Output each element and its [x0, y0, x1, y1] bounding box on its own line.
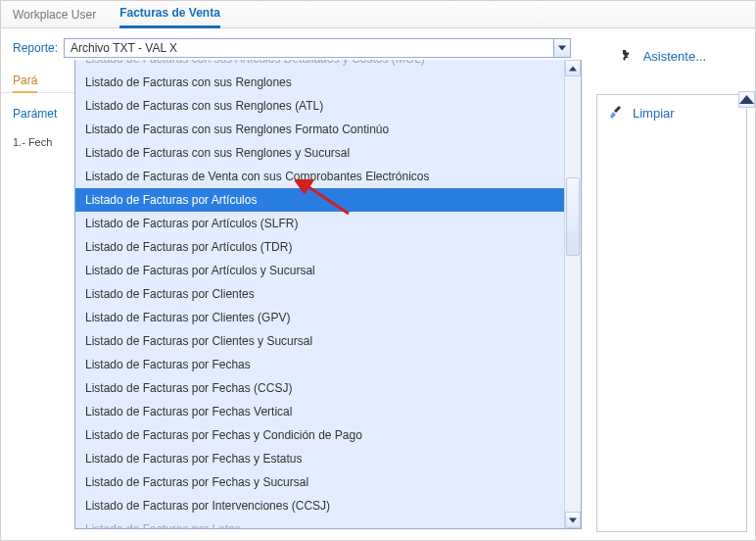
report-dropdown: Listado de Facturas con sus Artículos De… — [74, 60, 582, 529]
report-combo-input[interactable]: Archivo TXT - VAL X — [64, 38, 571, 58]
dropdown-item[interactable]: Listado de Facturas por Clientes (GPV) — [75, 306, 564, 329]
dropdown-item[interactable]: Listado de Facturas por Artículos y Sucu… — [75, 259, 564, 282]
dropdown-item[interactable]: Listado de Facturas por Intervenciones (… — [75, 494, 564, 517]
limpiar-button[interactable]: Limpiar — [597, 95, 746, 130]
dropdown-item[interactable]: Listado de Facturas con sus Renglones Fo… — [75, 118, 564, 141]
dropdown-item[interactable]: Listado de Facturas por Fechas (CCSJ) — [75, 376, 564, 400]
report-label: Reporte: — [13, 41, 58, 55]
tab-facturas-de-venta[interactable]: Facturas de Venta — [119, 1, 220, 28]
chevron-down-icon — [569, 517, 577, 523]
dropdown-item[interactable]: Listado de Facturas con sus Artículos De… — [75, 60, 564, 71]
wizard-icon — [620, 48, 636, 64]
dropdown-item[interactable]: Listado de Facturas por Fechas — [75, 353, 564, 376]
dropdown-item[interactable]: Listado de Facturas con sus Renglones y … — [75, 141, 564, 165]
dropdown-item[interactable]: Listado de Facturas por Clientes — [75, 282, 564, 306]
scroll-down-button[interactable] — [565, 512, 581, 528]
dropdown-item[interactable]: Listado de Facturas con sus Renglones (A… — [75, 94, 564, 118]
tab-workplace-user[interactable]: Workplace User — [13, 1, 96, 28]
dropdown-item[interactable]: Listado de Facturas por Fechas y Condici… — [75, 423, 564, 447]
asistente-label: Asistente... — [643, 49, 706, 64]
main-tabs: Workplace User Facturas de Venta — [1, 1, 755, 28]
dropdown-item[interactable]: Listado de Facturas con sus Renglones — [75, 71, 564, 94]
scroll-thumb[interactable] — [566, 177, 580, 256]
dropdown-item[interactable]: Listado de Facturas por Artículos — [75, 188, 564, 212]
dropdown-item[interactable]: Listado de Facturas por Fechas Vertical — [75, 400, 564, 423]
report-combo-toggle[interactable] — [553, 38, 571, 58]
broom-icon — [609, 105, 625, 121]
asistente-link[interactable]: Asistente... — [620, 48, 706, 64]
dropdown-item[interactable]: Listado de Facturas por Fechas y Estatus — [75, 447, 564, 470]
right-panel: Limpiar — [596, 94, 747, 532]
scroll-up-button[interactable] — [565, 60, 581, 76]
dropdown-scrollbar — [564, 60, 581, 528]
limpiar-label: Limpiar — [633, 106, 675, 121]
chevron-up-icon — [569, 66, 577, 72]
outer-scroll-up[interactable] — [738, 91, 755, 108]
chevron-up-icon — [739, 95, 754, 104]
dropdown-item[interactable]: Listado de Facturas por Fechas y Sucursa… — [75, 470, 564, 494]
chevron-down-icon — [558, 45, 566, 51]
report-combo[interactable]: Archivo TXT - VAL X — [64, 38, 571, 58]
dropdown-item[interactable]: Listado de Facturas por Clientes y Sucur… — [75, 329, 564, 353]
dropdown-item[interactable]: Listado de Facturas por Artículos (SLFR) — [75, 212, 564, 235]
dropdown-item[interactable]: Listado de Facturas por Lotes — [75, 517, 564, 528]
dropdown-item[interactable]: Listado de Facturas por Artículos (TDR) — [75, 235, 564, 259]
dropdown-item[interactable]: Listado de Facturas de Venta con sus Com… — [75, 165, 564, 188]
inner-tab-parametros[interactable]: Pará — [13, 70, 37, 93]
dropdown-list: Listado de Facturas con sus Artículos De… — [75, 60, 564, 528]
